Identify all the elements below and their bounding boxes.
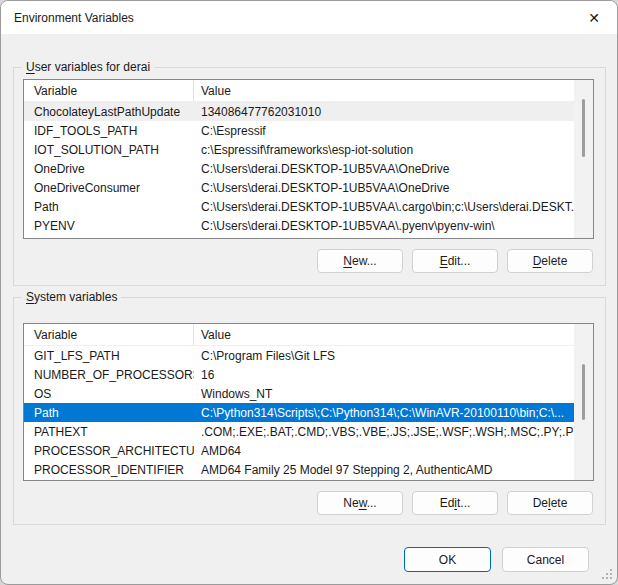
table-row[interactable]: GIT_LFS_PATHC:\Program Files\Git LFS xyxy=(24,346,574,365)
value-cell: 134086477762031010 xyxy=(194,105,574,119)
user-delete-button[interactable]: Delete xyxy=(507,249,593,273)
table-row[interactable]: PathC:\Users\derai.DESKTOP-1UB5VAA\.carg… xyxy=(24,197,574,216)
ok-button[interactable]: OK xyxy=(404,547,491,572)
user-variables-buttons: New... Edit... Delete xyxy=(14,249,593,273)
user-variables-group: User variables for derai Variable Value … xyxy=(13,67,606,286)
value-cell: C:\Python314\Scripts\;C:\Python314\;C:\W… xyxy=(194,406,574,420)
variable-cell: PATHEXT xyxy=(24,425,194,439)
variable-cell: NUMBER_OF_PROCESSORS xyxy=(24,368,194,382)
close-button[interactable]: ✕ xyxy=(571,1,617,34)
value-cell: AMD64 xyxy=(194,444,574,458)
variable-cell: ChocolateyLastPathUpdate xyxy=(24,105,194,119)
value-cell: C:\Users\derai.DESKTOP-1UB5VAA\.pyenv\py… xyxy=(194,219,574,233)
table-row[interactable]: OSWindows_NT xyxy=(24,384,574,403)
system-variable-rows: GIT_LFS_PATHC:\Program Files\Git LFSNUMB… xyxy=(24,346,593,479)
table-row[interactable]: PROCESSOR_IDENTIFIERAMD64 Family 25 Mode… xyxy=(24,460,574,479)
titlebar: Environment Variables ✕ xyxy=(1,1,617,34)
table-row[interactable]: IOT_SOLUTION_PATHc:\Espressif\frameworks… xyxy=(24,140,574,159)
scrollbar-thumb[interactable] xyxy=(582,364,585,420)
user-variables-group-label: User variables for derai xyxy=(22,60,154,74)
system-variables-buttons: New... Edit... Delete xyxy=(14,491,593,515)
value-cell: C:\Program Files\Git LFS xyxy=(194,349,574,363)
variable-cell: IOT_SOLUTION_PATH xyxy=(24,143,194,157)
user-edit-button[interactable]: Edit... xyxy=(412,249,498,273)
table-row[interactable]: PathC:\Python314\Scripts\;C:\Python314\;… xyxy=(24,403,574,422)
footer-buttons: OK Cancel xyxy=(404,547,589,572)
variable-cell: PROCESSOR_IDENTIFIER xyxy=(24,463,194,477)
value-cell: c:\Espressif\frameworks\esp-iot-solution xyxy=(194,143,574,157)
user-new-button[interactable]: New... xyxy=(317,249,403,273)
system-variables-group: System variables Variable Value GIT_LFS_… xyxy=(13,297,606,525)
value-cell: 16 xyxy=(194,368,574,382)
variable-cell: OS xyxy=(24,387,194,401)
user-variables-list: Variable Value ChocolateyLastPathUpdate1… xyxy=(23,79,594,239)
column-header-variable[interactable]: Variable xyxy=(24,324,194,345)
column-header-variable[interactable]: Variable xyxy=(24,80,194,101)
system-variables-group-label: System variables xyxy=(22,290,121,304)
window-title: Environment Variables xyxy=(14,11,134,25)
table-row[interactable]: OneDriveC:\Users\derai.DESKTOP-1UB5VAA\O… xyxy=(24,159,574,178)
variable-cell: Path xyxy=(24,200,194,214)
table-row[interactable]: NUMBER_OF_PROCESSORS16 xyxy=(24,365,574,384)
variable-cell: IDF_TOOLS_PATH xyxy=(24,124,194,138)
table-row[interactable]: PROCESSOR_ARCHITECTUREAMD64 xyxy=(24,441,574,460)
table-row[interactable]: PYENVC:\Users\derai.DESKTOP-1UB5VAA\.pye… xyxy=(24,216,574,235)
value-cell: C:\Users\derai.DESKTOP-1UB5VAA\OneDrive xyxy=(194,181,574,195)
table-row[interactable]: PATHEXT.COM;.EXE;.BAT;.CMD;.VBS;.VBE;.JS… xyxy=(24,422,574,441)
variable-cell: OneDriveConsumer xyxy=(24,181,194,195)
value-cell: C:\Espressif xyxy=(194,124,574,138)
value-cell: .COM;.EXE;.BAT;.CMD;.VBS;.VBE;.JS;.JSE;.… xyxy=(194,425,574,439)
variable-cell: PYENV xyxy=(24,219,194,233)
variable-cell: Path xyxy=(24,406,194,420)
user-variable-rows: ChocolateyLastPathUpdate1340864777620310… xyxy=(24,102,593,235)
system-edit-button[interactable]: Edit... xyxy=(412,491,498,515)
user-list-header: Variable Value xyxy=(24,80,574,102)
system-delete-button[interactable]: Delete xyxy=(507,491,593,515)
value-cell: C:\Users\derai.DESKTOP-1UB5VAA\OneDrive xyxy=(194,162,574,176)
close-icon: ✕ xyxy=(588,10,600,26)
cancel-button[interactable]: Cancel xyxy=(502,547,589,572)
variable-cell: PROCESSOR_ARCHITECTURE xyxy=(24,444,194,458)
scrollbar-thumb[interactable] xyxy=(582,99,585,157)
column-header-value[interactable]: Value xyxy=(194,324,574,345)
table-row[interactable]: ChocolateyLastPathUpdate1340864777620310… xyxy=(24,102,574,121)
vertical-scrollbar[interactable] xyxy=(574,324,593,480)
variable-cell: OneDrive xyxy=(24,162,194,176)
system-list-header: Variable Value xyxy=(24,324,574,346)
environment-variables-dialog: Environment Variables ✕ User variables f… xyxy=(0,0,618,585)
value-cell: AMD64 Family 25 Model 97 Stepping 2, Aut… xyxy=(194,463,574,477)
vertical-scrollbar[interactable] xyxy=(574,80,593,238)
column-header-value[interactable]: Value xyxy=(194,80,574,101)
resize-grip[interactable] xyxy=(601,568,613,580)
system-variables-list: Variable Value GIT_LFS_PATHC:\Program Fi… xyxy=(23,323,594,481)
value-cell: C:\Users\derai.DESKTOP-1UB5VAA\.cargo\bi… xyxy=(194,200,574,214)
variable-cell: GIT_LFS_PATH xyxy=(24,349,194,363)
table-row[interactable]: OneDriveConsumerC:\Users\derai.DESKTOP-1… xyxy=(24,178,574,197)
system-new-button[interactable]: New... xyxy=(317,491,403,515)
value-cell: Windows_NT xyxy=(194,387,574,401)
table-row[interactable]: IDF_TOOLS_PATHC:\Espressif xyxy=(24,121,574,140)
